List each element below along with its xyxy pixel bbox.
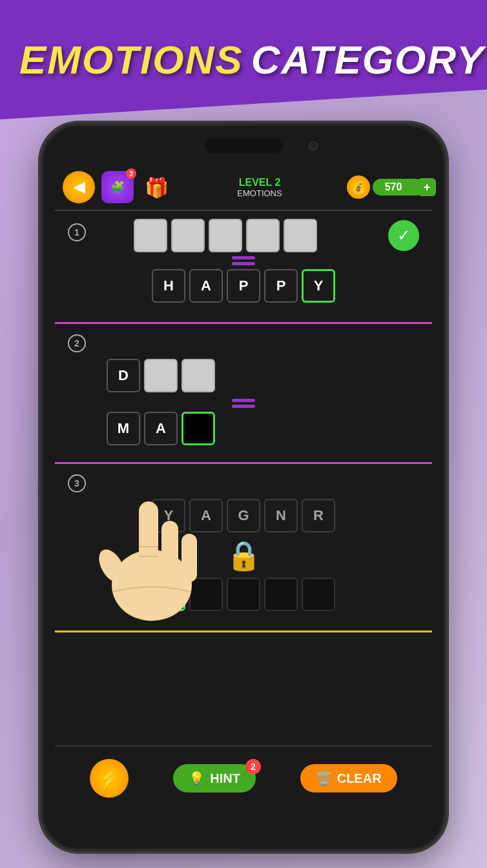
lightning-button[interactable]: ⚡ [90, 759, 129, 798]
answer-box [246, 219, 280, 252]
answer-box [171, 219, 205, 252]
section-3: 3 Y A G N R 🔒 [55, 469, 432, 623]
level-info: LEVEL 2 EMOTIONS [179, 177, 340, 198]
letter-tile[interactable]: H [152, 269, 185, 303]
coin-icon: 💰 [347, 176, 370, 199]
divider-2 [55, 462, 432, 464]
phone-frame: ◀ 🧩 3 🎁 LEVEL 2 EMOTIONS 💰 570 + 1 [43, 126, 444, 849]
locked-answer-box [264, 578, 298, 611]
coin-value: 570 [385, 181, 402, 192]
coin-plus-button[interactable]: + [418, 178, 436, 196]
back-button[interactable]: ◀ [63, 171, 95, 203]
letter-row-1: H A P P Y [68, 269, 419, 303]
locked-letters: Y A G N R [68, 499, 419, 532]
phone-camera [309, 141, 318, 150]
locked-letter-n: N [264, 499, 298, 532]
locked-answer-box [227, 578, 260, 611]
hint-icon: 💡 [189, 771, 205, 786]
locked-answer-box [302, 578, 335, 611]
locked-letter-g: G [227, 499, 260, 532]
answer-box [134, 219, 167, 252]
level-number: LEVEL 2 [179, 177, 340, 188]
bottom-bar: ⚡ 💡 HINT 2 🗑️ CLEAR [55, 745, 432, 810]
letter-tile[interactable]: A [189, 269, 223, 303]
check-button-1[interactable]: ✓ [388, 220, 419, 251]
section-2: 2 D M A [55, 329, 432, 457]
lock-icon: 🔒 [68, 539, 419, 572]
coin-bar: 570 + [373, 179, 424, 196]
hint-badge: 2 [245, 759, 261, 774]
answer-box [209, 219, 242, 252]
locked-letter-a: A [189, 499, 223, 532]
answer-box-empty [144, 359, 178, 392]
letter-tile-selected[interactable]: Y [302, 269, 335, 303]
divider-3 [55, 631, 432, 632]
phone-notch [205, 139, 282, 153]
letter-tile-a[interactable]: A [144, 412, 178, 445]
banner-emotions: EMOTIONS [19, 37, 244, 83]
locked-letter-y: Y [152, 499, 185, 532]
coins-area: 💰 570 + [347, 176, 424, 199]
letter-tile[interactable]: P [227, 269, 260, 303]
answer-tile-d[interactable]: D [107, 359, 140, 392]
game-header: ◀ 🧩 3 🎁 LEVEL 2 EMOTIONS 💰 570 + [55, 165, 432, 211]
clue-num-2: 2 [68, 334, 86, 352]
divider-1 [55, 322, 432, 324]
answer-box [284, 219, 317, 252]
letter-tile[interactable]: P [264, 269, 298, 303]
equals-sign-1 [68, 256, 419, 265]
equals-sign-2 [68, 399, 419, 408]
trash-icon: 🗑️ [316, 771, 332, 786]
level-category: EMOTIONS [179, 188, 340, 198]
puzzle-badge: 3 [126, 168, 136, 179]
puzzle-button[interactable]: 🧩 3 [101, 171, 134, 203]
letter-row-2: M A [107, 412, 419, 445]
banner-category: CATEGORY [251, 37, 485, 83]
hint-button[interactable]: 💡 HINT 2 [173, 764, 256, 792]
locked-letter-r: R [302, 499, 335, 532]
answer-box-empty [181, 359, 215, 392]
banner: EMOTIONS CATEGORY [0, 0, 487, 119]
clear-label: CLEAR [337, 771, 382, 786]
section-1: 1 ✓ H A P P Y [55, 211, 432, 317]
game-content: 1 ✓ H A P P Y [55, 211, 432, 810]
clear-button[interactable]: 🗑️ CLEAR [300, 764, 397, 792]
letter-tile-m[interactable]: M [107, 412, 140, 445]
letter-tile-locked[interactable] [181, 412, 215, 445]
hint-label: HINT [210, 771, 240, 786]
locked-answer-box [189, 578, 223, 611]
answer-row-2: D [107, 359, 419, 392]
clue-num-3: 3 [68, 474, 86, 492]
locked-answer-row [68, 578, 419, 611]
locked-answer-circle [152, 578, 185, 611]
gift-button[interactable]: 🎁 [140, 171, 172, 203]
